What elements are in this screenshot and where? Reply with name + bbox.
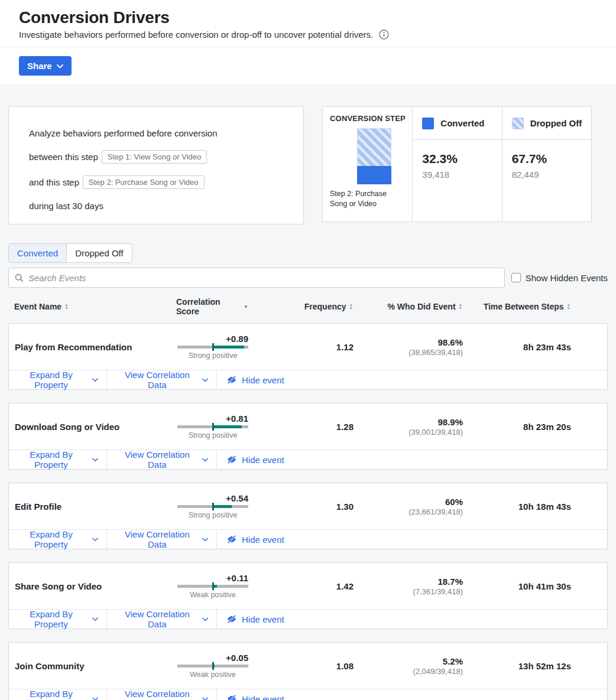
converted-percentage: 32.3%	[422, 152, 492, 166]
analysis-setup-panel: Analyze behaviors performed before conve…	[8, 106, 304, 224]
view-correlation-data-button[interactable]: View Correlation Data	[107, 530, 217, 549]
hide-event-label: Hide event	[242, 375, 284, 385]
view-correlation-data-button[interactable]: View Correlation Data	[107, 370, 217, 389]
sort-icon-time-between[interactable]: ▲▼	[567, 304, 570, 310]
setup-line-1: Analyze behaviors performed before conve…	[29, 128, 283, 138]
correlation-score-bar	[177, 346, 248, 349]
expand-by-property-button[interactable]: Expand By Property	[9, 689, 107, 700]
event-row-card: Download Song or Video +0.81 Strong posi…	[8, 403, 608, 470]
correlation-score-value: +0.05	[226, 653, 249, 663]
sort-icon-correlation-score[interactable]: ▼	[244, 304, 248, 310]
hide-event-button[interactable]: Hide event	[217, 530, 293, 549]
show-hidden-events-checkbox[interactable]	[511, 273, 521, 282]
correlation-score-bar	[177, 425, 248, 428]
hide-event-button[interactable]: Hide event	[217, 610, 293, 629]
converted-bar-segment	[357, 166, 391, 184]
tab-dropped-off[interactable]: Dropped Off	[67, 244, 131, 262]
col-correlation-score: Correlation Score	[176, 297, 241, 316]
show-hidden-events-label: Show Hidden Events	[526, 273, 608, 283]
correlation-score-bar	[177, 505, 248, 508]
dropped-off-bar-segment	[357, 128, 391, 166]
sort-icon-pct-who-did[interactable]: ▲▼	[459, 304, 462, 310]
chevron-down-icon	[202, 617, 208, 621]
frequency-value: 1.28	[249, 422, 362, 432]
pct-who-did-fraction: (2,049/39,418)	[362, 667, 463, 676]
correlation-strength-label: Strong positive	[189, 431, 238, 439]
pct-who-did-value: 60%	[362, 497, 463, 507]
hide-event-button[interactable]: Hide event	[217, 370, 293, 389]
frequency-value: 1.08	[249, 661, 362, 671]
expand-by-property-label: Expand By Property	[15, 529, 87, 549]
correlation-bar-center-tick	[212, 503, 214, 510]
sort-icon-event-name[interactable]: ▲▼	[64, 304, 68, 310]
correlation-bar-center-tick	[212, 662, 214, 670]
pct-who-did-value: 98.9%	[362, 417, 463, 427]
view-correlation-data-button[interactable]: View Correlation Data	[107, 689, 217, 700]
chevron-down-icon	[202, 697, 208, 700]
tab-converted[interactable]: Converted	[9, 244, 67, 262]
view-correlation-data-button[interactable]: View Correlation Data	[107, 610, 217, 629]
col-time-between-steps: Time Between Steps	[484, 302, 564, 311]
chevron-down-icon	[92, 378, 98, 382]
eye-off-icon	[226, 455, 237, 464]
pct-who-did-value: 5.2%	[362, 656, 463, 666]
search-box[interactable]	[8, 268, 505, 288]
conversion-step-caption: Step 2: Purchase Song or Video	[330, 189, 406, 209]
time-between-steps-value: 8h 23m 20s	[471, 422, 579, 432]
info-icon[interactable]	[379, 30, 389, 40]
expand-by-property-button[interactable]: Expand By Property	[9, 610, 107, 629]
sort-icon-frequency[interactable]: ▲▼	[349, 304, 353, 310]
expand-by-property-button[interactable]: Expand By Property	[9, 530, 107, 549]
hide-event-button[interactable]: Hide event	[217, 689, 293, 700]
correlation-score-cell: +0.89 Strong positive	[177, 334, 249, 360]
time-between-steps-value: 10h 41m 30s	[471, 581, 579, 591]
view-correlation-data-button[interactable]: View Correlation Data	[107, 450, 217, 469]
view-correlation-data-label: View Correlation Data	[117, 529, 197, 549]
eye-off-icon	[226, 375, 237, 385]
correlation-strength-label: Strong positive	[189, 351, 238, 360]
share-button-label: Share	[27, 61, 52, 71]
page-header: Conversion Drivers Investigate behaviors…	[0, 0, 616, 47]
chevron-down-icon	[92, 538, 98, 542]
time-between-steps-value: 8h 23m 43s	[471, 342, 579, 352]
eye-off-icon	[226, 535, 237, 544]
pct-who-did-cell: 98.6% (38,865/39,418)	[362, 337, 471, 357]
correlation-bar-fill	[213, 505, 232, 508]
hide-event-label: Hide event	[242, 614, 284, 624]
expand-by-property-button[interactable]: Expand By Property	[9, 370, 107, 389]
pct-who-did-value: 18.7%	[362, 577, 463, 587]
chevron-down-icon	[92, 697, 98, 700]
eye-off-icon	[226, 694, 237, 700]
search-input[interactable]	[28, 273, 498, 283]
correlation-score-bar	[177, 665, 248, 668]
view-correlation-data-label: View Correlation Data	[117, 609, 197, 629]
share-button[interactable]: Share	[19, 56, 72, 76]
hide-event-label: Hide event	[242, 455, 284, 465]
correlation-score-cell: +0.11 Weak positive	[177, 573, 249, 599]
table-header: Event Name ▲▼ Correlation Score ▼ Freque…	[8, 297, 608, 323]
result-tabs: Converted Dropped Off	[8, 243, 132, 263]
expand-by-property-button[interactable]: Expand By Property	[9, 450, 107, 469]
col-event-name: Event Name	[14, 302, 61, 311]
hide-event-button[interactable]: Hide event	[217, 450, 293, 469]
frequency-value: 1.30	[249, 502, 362, 512]
conversion-step-bar-chart	[357, 128, 391, 184]
eye-off-icon	[226, 614, 237, 624]
event-name: Play from Recommendation	[9, 342, 177, 352]
step2-selector-chip[interactable]: Step 2: Purchase Song or Video	[83, 175, 205, 189]
main-content: Analyze behaviors performed before conve…	[0, 85, 616, 700]
search-icon	[15, 274, 24, 282]
correlation-score-value: +0.54	[226, 493, 249, 503]
correlation-strength-label: Weak positive	[190, 591, 236, 599]
dropped-off-percentage: 67.7%	[512, 152, 582, 166]
correlation-bar-fill	[213, 346, 244, 349]
event-row-card: Join Community +0.05 Weak positive 1.08 …	[8, 642, 608, 700]
step1-selector-chip[interactable]: Step 1: View Song or Video	[102, 150, 208, 164]
view-correlation-data-label: View Correlation Data	[117, 689, 197, 700]
pct-who-did-fraction: (39,001/39,418)	[362, 428, 463, 437]
chevron-down-icon	[202, 378, 208, 382]
date-range-label: during last 30 days	[29, 201, 283, 211]
correlation-score-bar	[177, 585, 248, 588]
correlation-strength-label: Strong positive	[189, 511, 238, 519]
event-name: Share Song or Video	[9, 581, 177, 591]
